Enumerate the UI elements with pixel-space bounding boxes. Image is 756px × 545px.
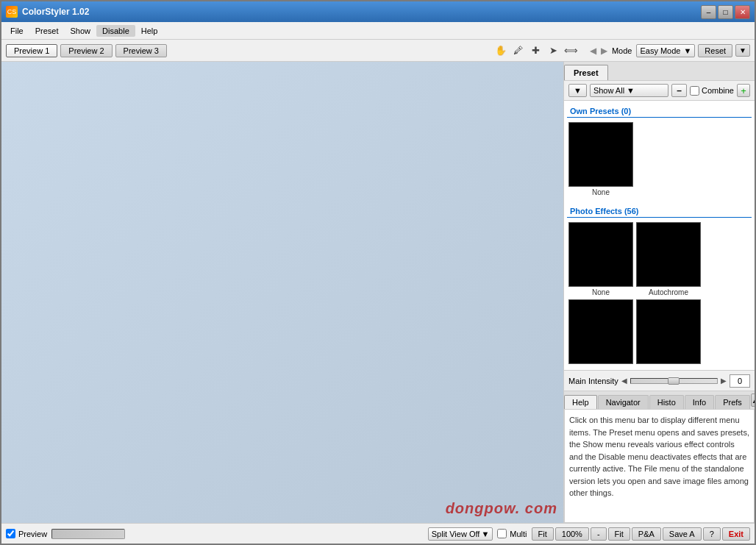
- preview2-button[interactable]: Preview 2: [60, 44, 112, 57]
- title-bar: CS ColorStyler 1.02 – □ ✕: [1, 1, 755, 22]
- eyedropper-icon[interactable]: 🖉: [510, 43, 527, 59]
- preview1-button[interactable]: Preview 1: [6, 44, 57, 57]
- zoom-button[interactable]: 100%: [555, 527, 589, 541]
- arrow-icon[interactable]: ➤: [546, 43, 562, 59]
- preview-label: Preview: [18, 530, 47, 538]
- bottom-buttons: Fit 100% - Fit P&A Save A ? Exit: [532, 527, 750, 541]
- preset-options-button[interactable]: ▼: [568, 84, 587, 97]
- tab-preset[interactable]: Preset: [564, 65, 608, 80]
- combine-area: Combine: [690, 86, 734, 96]
- preset-item-3[interactable]: [568, 299, 633, 366]
- split-view-dropdown-icon: ▼: [481, 530, 489, 538]
- tab-info[interactable]: Info: [685, 395, 714, 409]
- save-button[interactable]: Save A: [663, 527, 702, 541]
- intensity-right-arrow[interactable]: ▶: [721, 377, 727, 385]
- preset-controls: ▼ Show All ▼ – Combine +: [564, 81, 755, 101]
- intensity-left-arrow[interactable]: ◀: [621, 377, 627, 385]
- minus-zoom-button[interactable]: -: [591, 527, 607, 541]
- add-preset-button[interactable]: +: [737, 84, 750, 97]
- show-all-label: Show All: [593, 86, 624, 95]
- show-all-select[interactable]: Show All ▼: [590, 84, 668, 97]
- preset-minus-button[interactable]: –: [671, 84, 687, 97]
- right-panel: Preset ▼ Show All ▼ – Combine + Own P: [563, 62, 755, 523]
- menu-show[interactable]: Show: [65, 25, 97, 37]
- exit-button[interactable]: Exit: [722, 527, 750, 541]
- mode-value: Easy Mode: [640, 46, 680, 55]
- mode-select[interactable]: Easy Mode ▼: [636, 44, 695, 57]
- menu-file[interactable]: File: [4, 25, 29, 37]
- tool-icons: ✋ 🖉 ✚ ➤ ⟺: [493, 43, 580, 59]
- canvas-area[interactable]: dongpow. com: [1, 62, 563, 523]
- multi-check: Multi: [497, 529, 527, 538]
- photo-effects-grid: None Autochrome: [567, 221, 752, 367]
- progress-bar: [51, 529, 125, 539]
- close-button[interactable]: ✕: [735, 5, 750, 19]
- main-content: dongpow. com Preset ▼ Show All ▼ – Combi…: [1, 62, 755, 523]
- preset-gallery[interactable]: Own Presets (0) None Photo Effects (56) …: [564, 101, 755, 370]
- preset-thumb-3: [568, 299, 633, 364]
- nav-back-icon[interactable]: ◀: [588, 44, 598, 57]
- minimize-button[interactable]: –: [701, 5, 716, 19]
- preset-label-autochrome: Autochrome: [649, 288, 688, 296]
- move-icon[interactable]: ⟺: [563, 43, 580, 59]
- preset-item-none1[interactable]: None: [568, 122, 633, 196]
- split-view-label: Split View Off: [432, 530, 480, 538]
- fit2-button[interactable]: Fit: [608, 527, 630, 541]
- multi-checkbox[interactable]: [497, 529, 507, 538]
- show-all-dropdown-icon: ▼: [627, 86, 635, 95]
- status-bar: Preview Split View Off ▼ Multi Fit 100% …: [1, 523, 755, 544]
- help-content: Click on this menu bar to display differ…: [564, 409, 755, 523]
- mode-dropdown-icon: ▼: [683, 46, 691, 55]
- preset-thumb-none2: [568, 222, 633, 287]
- nav-arrows: ◀ ▶: [588, 44, 609, 57]
- own-presets-grid: None: [567, 121, 752, 198]
- intensity-slider-thumb: [668, 377, 680, 385]
- photo-effects-title: Photo Effects (56): [567, 204, 752, 218]
- toolbar: Preview 1 Preview 2 Preview 3 ✋ 🖉 ✚ ➤ ⟺ …: [1, 40, 755, 62]
- tab-prefs[interactable]: Prefs: [715, 395, 750, 409]
- preset-item-4[interactable]: [636, 299, 701, 366]
- intensity-bar: Main Intensity ◀ ▶ 0: [564, 370, 755, 391]
- preset-item-none2[interactable]: None: [568, 222, 633, 296]
- preset-thumb-autochrome: [636, 222, 701, 287]
- combine-checkbox[interactable]: [690, 86, 699, 96]
- menu-help[interactable]: Help: [135, 25, 164, 37]
- title-bar-left: CS ColorStyler 1.02: [6, 6, 89, 18]
- crosshair-icon[interactable]: ✚: [528, 43, 544, 59]
- preset-thumb-none1: [568, 122, 633, 187]
- hand-icon[interactable]: ✋: [493, 43, 509, 59]
- watermark: dongpow. com: [446, 500, 557, 517]
- mode-area: Mode Easy Mode ▼: [612, 44, 695, 57]
- preview-checkbox[interactable]: [6, 529, 15, 538]
- preset-label-none1: None: [592, 188, 610, 196]
- window-controls: – □ ✕: [701, 5, 750, 19]
- bottom-tabs-area: Help Navigator Histo Info Prefs ▲ Click …: [564, 391, 755, 523]
- bottom-tab-up-button[interactable]: ▲: [751, 393, 755, 407]
- intensity-slider[interactable]: [630, 378, 718, 384]
- intensity-label: Main Intensity: [568, 377, 618, 385]
- reset-dropdown-button[interactable]: ▼: [735, 44, 750, 57]
- own-presets-title: Own Presets (0): [567, 104, 752, 118]
- app-icon: CS: [6, 6, 18, 18]
- maximize-button[interactable]: □: [718, 5, 733, 19]
- combine-label: Combine: [702, 86, 734, 95]
- split-view-select[interactable]: Split View Off ▼: [428, 527, 493, 541]
- multi-label: Multi: [510, 530, 527, 538]
- reset-button[interactable]: Reset: [698, 44, 732, 57]
- preview-check: Preview: [6, 529, 47, 538]
- preset-item-autochrome[interactable]: Autochrome: [636, 222, 701, 296]
- menu-disable[interactable]: Disable: [96, 25, 135, 37]
- menu-preset[interactable]: Preset: [29, 25, 65, 37]
- app-window: CS ColorStyler 1.02 – □ ✕ File Preset Sh…: [0, 0, 756, 545]
- tab-histo[interactable]: Histo: [649, 395, 684, 409]
- tab-help[interactable]: Help: [564, 395, 597, 409]
- help-button[interactable]: ?: [703, 527, 721, 541]
- preview3-button[interactable]: Preview 3: [115, 44, 167, 57]
- tab-navigator[interactable]: Navigator: [598, 395, 649, 409]
- menu-bar: File Preset Show Disable Help: [1, 22, 755, 40]
- nav-forward-icon[interactable]: ▶: [599, 44, 609, 57]
- pa-button[interactable]: P&A: [632, 527, 661, 541]
- bottom-tabs-header: Help Navigator Histo Info Prefs ▲: [564, 391, 755, 409]
- intensity-value[interactable]: 0: [730, 374, 750, 388]
- fit-button[interactable]: Fit: [532, 527, 554, 541]
